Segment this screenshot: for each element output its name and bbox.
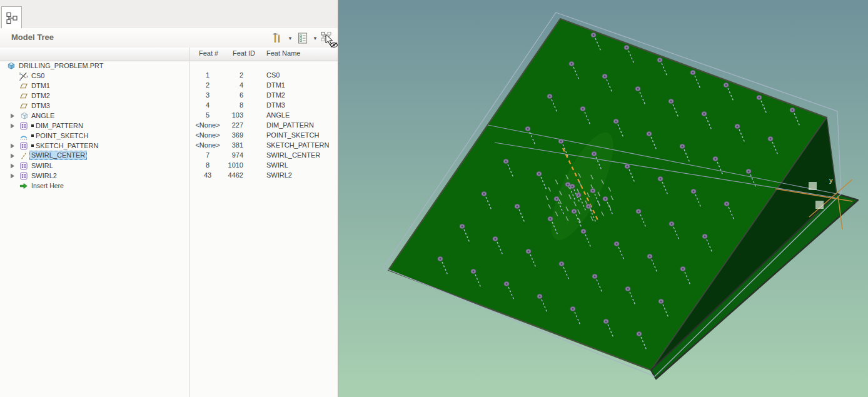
model-tree-panel: Model Tree ▼ — [0, 0, 338, 397]
tree-row[interactable]: POINT_SKETCH — [0, 131, 189, 141]
tree-row[interactable]: SKETCH_PATTERN — [0, 141, 189, 151]
tree-row-label: DTM3 — [31, 102, 50, 110]
tree-row[interactable]: DTM3 — [0, 101, 189, 111]
tree-filters-icon — [271, 32, 284, 44]
pattern-icon — [19, 141, 29, 151]
tree-row-root[interactable]: DRILLING_PROBLEM.PRT — [0, 61, 189, 71]
tree-columns-dropdown[interactable]: ▼ — [312, 36, 318, 41]
feature-table: 1 2 CS0 2 4 DTM1 3 6 DTM2 4 8 DTM3 5 103 — [189, 70, 336, 180]
insert-here-label: Insert Here — [31, 182, 64, 190]
tree-row-label: ANGLE — [31, 112, 54, 120]
expander-icon[interactable] — [10, 163, 19, 169]
pattern-icon — [19, 161, 29, 171]
datum-plane-icon — [19, 91, 29, 101]
tree-row-label: DIM_PATTERN — [36, 122, 83, 130]
table-row[interactable]: 1 2 CS0 — [189, 70, 336, 80]
tree-filters-button[interactable] — [270, 31, 285, 46]
model-tree: DRILLING_PROBLEM.PRT y x z CS0 DTM1 — [0, 61, 189, 191]
tree-row-label: CS0 — [31, 72, 44, 80]
part-icon — [6, 61, 16, 71]
insert-here-row[interactable]: Insert Here — [0, 181, 189, 191]
insert-here-arrow-icon — [19, 181, 29, 191]
tree-row[interactable]: DTM2 — [0, 91, 189, 101]
tree-row[interactable]: y x z CS0 — [0, 71, 189, 81]
csys-label-z: z — [811, 183, 815, 190]
tree-row-label: POINT_SKETCH — [36, 132, 88, 140]
tree-row-label: DRILLING_PROBLEM.PRT — [19, 62, 104, 70]
table-row[interactable]: 2 4 DTM1 — [189, 80, 336, 90]
status-square-icon — [31, 124, 34, 127]
tab-strip — [0, 0, 338, 29]
datum-plane-icon — [19, 81, 29, 91]
expander-icon[interactable] — [10, 113, 19, 119]
feature-table-header: Feat # Feat ID Feat Name — [0, 48, 338, 61]
tree-row[interactable]: ANGLE — [0, 111, 189, 121]
tree-row-label: DTM2 — [31, 92, 50, 100]
model-tree-tab-icon — [6, 12, 18, 24]
column-feat-num[interactable]: Feat # — [199, 49, 218, 57]
expander-icon[interactable] — [10, 153, 19, 159]
tree-row-label: SWIRL_CENTER — [29, 151, 87, 160]
3d-scene: y z x — [338, 0, 868, 397]
tree-row-label: SWIRL — [31, 162, 53, 170]
tree-columns-icon — [296, 32, 309, 44]
model-tree-toolbar: ▼ ▼ — [270, 30, 335, 46]
csys-label-y: y — [829, 176, 833, 184]
panel-title: Model Tree — [11, 33, 54, 42]
table-row[interactable]: <None> 369 POINT_SKETCH — [189, 130, 336, 140]
svg-text:z: z — [19, 77, 21, 80]
svg-text:x: x — [26, 74, 28, 78]
application-window: Model Tree ▼ — [0, 0, 868, 397]
axis-icon — [19, 151, 29, 161]
table-row[interactable]: <None> 381 SKETCH_PATTERN — [189, 140, 336, 150]
status-square-icon — [31, 134, 34, 137]
tree-row[interactable]: DIM_PATTERN — [0, 121, 189, 131]
table-row[interactable]: 5 103 ANGLE — [189, 110, 336, 120]
table-row[interactable]: 7 974 SWIRL_CENTER — [189, 150, 336, 160]
expander-icon[interactable] — [10, 123, 19, 129]
pattern-icon — [19, 121, 29, 131]
table-row[interactable]: 3 6 DTM2 — [189, 90, 336, 100]
expander-icon[interactable] — [10, 143, 19, 149]
pattern-icon — [19, 171, 29, 181]
tree-row-label: SKETCH_PATTERN — [36, 142, 98, 150]
column-feat-name[interactable]: Feat Name — [266, 49, 300, 57]
expander-icon[interactable] — [10, 173, 19, 179]
tree-row-label: DTM1 — [31, 82, 50, 90]
svg-text:y: y — [19, 71, 21, 75]
panel-header: Model Tree ▼ — [0, 28, 338, 48]
table-row[interactable]: <None> 227 DIM_PATTERN — [189, 120, 336, 130]
tree-row[interactable]: SWIRL2 — [0, 171, 189, 181]
tree-filters-dropdown[interactable]: ▼ — [287, 36, 293, 41]
column-feat-id[interactable]: Feat ID — [233, 49, 255, 57]
datum-plane-icon — [19, 101, 29, 111]
table-row[interactable]: 8 1010 SWIRL — [189, 160, 336, 170]
csys-icon: y x z — [19, 71, 29, 81]
model-tree-tab[interactable] — [1, 6, 22, 29]
show-hide-button[interactable] — [320, 31, 335, 46]
tree-row[interactable]: DTM1 — [0, 81, 189, 91]
csys-label-x: x — [818, 201, 822, 209]
show-hide-icon — [320, 31, 335, 45]
sketch-icon — [19, 131, 29, 141]
status-square-icon — [31, 144, 34, 147]
graphics-area[interactable]: y z x — [338, 0, 868, 397]
table-row[interactable]: 43 4462 SWIRL2 — [189, 170, 336, 180]
tree-row-selected[interactable]: SWIRL_CENTER — [0, 151, 189, 161]
table-row[interactable]: 4 8 DTM3 — [189, 100, 336, 110]
tree-row[interactable]: SWIRL — [0, 161, 189, 171]
protrusion-icon — [19, 111, 29, 121]
tree-columns-button[interactable] — [295, 31, 310, 46]
tree-row-label: SWIRL2 — [31, 172, 57, 180]
